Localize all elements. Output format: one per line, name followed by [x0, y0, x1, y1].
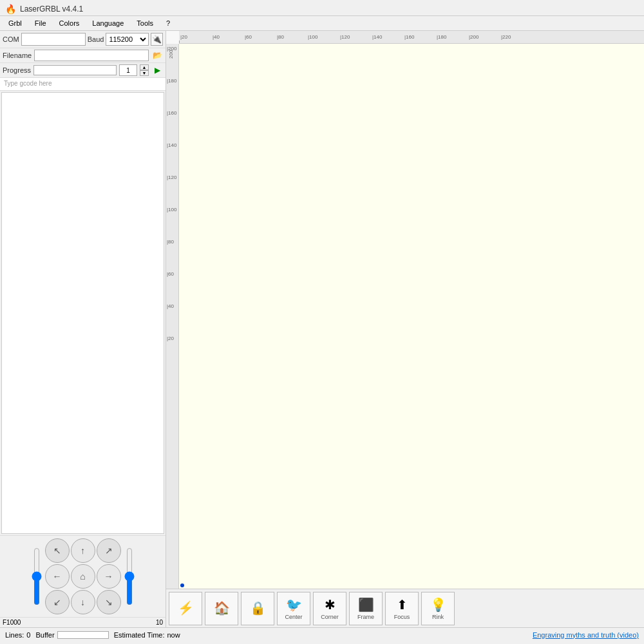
- gcode-placeholder[interactable]: Type gcode here: [0, 78, 166, 91]
- svg-text:|200: |200: [167, 46, 177, 52]
- svg-text:|20: |20: [180, 34, 188, 40]
- title-bar: 🔥 LaserGRBL v4.4.1: [0, 0, 644, 16]
- progress-row: Progress 1 ▲ ▼ ▶: [0, 63, 166, 78]
- z-slider[interactable]: [31, 547, 43, 605]
- jog-left-button[interactable]: ←: [45, 564, 70, 589]
- menu-tools[interactable]: Tools: [131, 17, 159, 29]
- svg-text:|160: |160: [404, 34, 415, 40]
- main-container: COM Baud 115200 9600 19200 38400 57600 2…: [0, 31, 644, 641]
- open-file-button[interactable]: 📂: [151, 50, 163, 61]
- jog-ul-button[interactable]: ↖: [45, 538, 70, 563]
- lightning-icon: ⚡: [178, 600, 194, 616]
- app-title: LaserGRBL v4.4.1: [20, 5, 83, 14]
- speed-slider[interactable]: [124, 547, 135, 605]
- spinner-down[interactable]: ▼: [140, 70, 149, 76]
- svg-text:|60: |60: [245, 34, 252, 40]
- connection-row: COM Baud 115200 9600 19200 38400 57600 2…: [0, 31, 166, 48]
- jog-dl-button[interactable]: ↙: [45, 590, 70, 614]
- speed-value: 10: [156, 619, 163, 626]
- ruler-top: |20 |40 |60 |80 |100 |120 |140 |160 |180…: [179, 31, 644, 44]
- tool-frame-label: Frame: [357, 614, 374, 620]
- svg-text:|80: |80: [167, 239, 175, 245]
- progress-spinner[interactable]: ▲ ▼: [140, 64, 149, 76]
- svg-text:|220: |220: [501, 34, 511, 40]
- canvas-area: |20 |40 |60 |80 |100 |120 |140 |160 |180…: [166, 31, 644, 627]
- svg-text:|140: |140: [372, 34, 383, 40]
- jog-home-button[interactable]: ⌂: [71, 564, 95, 589]
- buffer-label: Buffer: [35, 631, 54, 639]
- menu-file[interactable]: File: [29, 17, 52, 29]
- svg-text:|200: |200: [469, 34, 479, 40]
- buffer-bar: [57, 631, 109, 639]
- app-logo: 🔥: [5, 4, 16, 14]
- bird-icon: 🐦: [286, 597, 302, 612]
- progress-number: 1: [119, 64, 137, 76]
- menu-bar: Grbl File Colors Language Tools ?: [0, 16, 644, 31]
- svg-text:|40: |40: [213, 34, 220, 40]
- menu-colors[interactable]: Colors: [53, 17, 86, 29]
- baud-select[interactable]: 115200 9600 19200 38400 57600 250000: [106, 33, 149, 46]
- left-panel: COM Baud 115200 9600 19200 38400 57600 2…: [0, 31, 166, 627]
- tool-star-label: Corner: [321, 614, 339, 620]
- tool-bird-label: Center: [285, 614, 302, 620]
- progress-bar: [33, 65, 117, 75]
- com-input[interactable]: [21, 33, 86, 46]
- tool-focus-button[interactable]: ⬆ Focus: [385, 592, 419, 625]
- star-icon: ✱: [325, 597, 336, 612]
- jog-up-button[interactable]: ↑: [71, 538, 95, 563]
- svg-text:|100: |100: [308, 34, 318, 40]
- lock-icon: 🔒: [250, 600, 266, 616]
- svg-text:|20: |20: [167, 336, 175, 341]
- svg-text:|120: |120: [167, 175, 177, 180]
- menu-language[interactable]: Language: [86, 17, 129, 29]
- jog-slider-left-container: [31, 547, 43, 605]
- origin-dot: [180, 583, 184, 587]
- menu-help[interactable]: ?: [160, 17, 176, 29]
- jog-ur-button[interactable]: ↗: [97, 538, 121, 563]
- speed-row: F1000 10: [0, 617, 166, 627]
- tool-star-button[interactable]: ✱ Corner: [313, 592, 346, 625]
- home-icon: 🏠: [214, 600, 230, 616]
- connect-button[interactable]: 🔌: [151, 33, 163, 46]
- spinner-up[interactable]: ▲: [140, 64, 149, 70]
- svg-rect-13: [166, 44, 179, 589]
- svg-text:|60: |60: [167, 271, 175, 277]
- jog-right-button[interactable]: →: [97, 564, 121, 589]
- speed-label: F1000: [3, 619, 21, 626]
- filename-label: Filename: [3, 52, 32, 59]
- com-label: COM: [3, 35, 19, 43]
- svg-text:|100: |100: [167, 207, 177, 213]
- jog-down-button[interactable]: ↓: [71, 590, 95, 614]
- tool-bird-button[interactable]: 🐦 Center: [277, 592, 310, 625]
- canvas-with-rulers: |20 |40 |60 |80 |100 |120 |140 |160 |180…: [166, 31, 644, 627]
- estimated-value: now: [167, 631, 180, 639]
- baud-label: Baud: [88, 35, 104, 43]
- svg-text:|180: |180: [437, 34, 447, 40]
- jog-dr-button[interactable]: ↘: [97, 590, 121, 614]
- engraving-link[interactable]: Engraving myths and truth (video): [533, 631, 639, 639]
- filename-input[interactable]: [34, 50, 149, 61]
- menu-grbl[interactable]: Grbl: [3, 17, 28, 29]
- tool-rink-button[interactable]: 💡 Rink: [421, 592, 455, 625]
- svg-text:|160: |160: [167, 110, 177, 116]
- content-area: COM Baud 115200 9600 19200 38400 57600 2…: [0, 31, 644, 627]
- estimated-label: Estimated Time:: [114, 631, 165, 639]
- lines-label: Lines:: [5, 631, 24, 639]
- rink-icon: 💡: [430, 597, 446, 612]
- tool-lock-button[interactable]: 🔒: [241, 592, 274, 625]
- play-button[interactable]: ▶: [151, 64, 163, 76]
- jog-slider-right-container: [124, 547, 135, 605]
- tool-lightning-button[interactable]: ⚡: [169, 592, 202, 625]
- tool-rink-label: Rink: [432, 614, 444, 620]
- svg-text:|140: |140: [167, 142, 177, 148]
- tool-home-button[interactable]: 🏠: [205, 592, 238, 625]
- canvas-content[interactable]: [179, 44, 644, 589]
- tool-frame-button[interactable]: ⬛ Frame: [349, 592, 383, 625]
- progress-label: Progress: [3, 66, 31, 74]
- filename-row: Filename 📂: [0, 48, 166, 63]
- estimated-status: Estimated Time: now: [114, 631, 180, 639]
- jog-panel: ↖ ↑ ↗ ← ⌂ → ↙ ↓ ↘: [0, 535, 166, 617]
- lines-value: 0: [26, 631, 30, 639]
- console-area[interactable]: [1, 92, 164, 534]
- svg-text:|180: |180: [167, 78, 177, 84]
